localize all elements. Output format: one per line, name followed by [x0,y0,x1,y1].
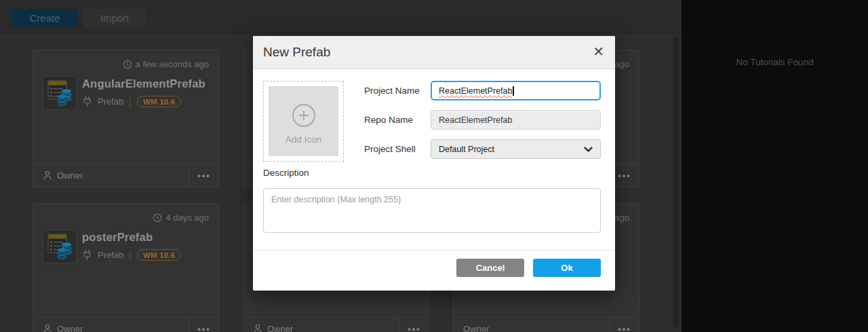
add-icon-dropzone[interactable]: Add Icon [263,81,344,162]
ellipsis-icon: ●●● [408,326,420,332]
owner-label: Owner [454,318,609,332]
person-icon [43,324,52,332]
add-icon-label: Add Icon [285,134,321,145]
plus-circle-icon [292,104,315,127]
project-name-input[interactable]: ReactElemetPrefab [431,81,601,100]
project-card[interactable]: a few seconds ago AngularElementPrefab P… [33,50,219,187]
dialog-title: New Prefab [263,45,330,60]
ellipsis-icon: ●●● [618,326,631,332]
project-card[interactable]: 4 days ago posterPrefab Prefab | WM 10.6… [33,203,219,332]
project-name-label: Project Name [364,81,429,100]
repo-name-input: ReactElemetPrefab [431,110,601,130]
ellipsis-icon: ●●● [618,172,631,179]
content-scrollbar[interactable] [671,33,682,332]
tutorials-panel: No Tutorials Found [682,0,868,332]
import-button[interactable]: Import [83,9,146,27]
project-name-value: ReactElemetPrefab [439,86,512,96]
repo-name-value: ReactElemetPrefab [439,115,512,125]
owner-label: Owner [33,318,189,332]
project-type-label: Prefab [98,96,123,107]
person-icon [43,170,52,181]
ok-button[interactable]: Ok [533,259,601,277]
card-menu-button[interactable]: ●●● [609,318,639,332]
no-tutorials-message: No Tutorials Found [682,57,868,67]
prefab-thumbnail-icon [43,229,77,263]
description-textarea[interactable] [263,188,601,233]
version-badge: WM 10.6 [137,249,181,261]
top-toolbar: Create Import [0,0,682,33]
card-menu-button[interactable]: ●●● [399,318,429,332]
card-timestamp: 4 days ago [153,213,209,223]
description-label: Description [263,168,309,178]
ellipsis-icon: ●●● [197,172,210,179]
footer-divider [253,250,615,251]
new-prefab-dialog: New Prefab ✕ Add Icon Project Name React… [253,36,615,291]
prefab-thumbnail-icon [43,76,77,110]
card-menu-button[interactable]: ●●● [189,318,218,332]
owner-label: Owner [243,318,399,332]
create-button[interactable]: Create [12,9,78,27]
project-shell-value: Default Project [439,145,494,154]
project-title: posterPrefab [82,231,153,244]
chevron-down-icon [584,147,593,153]
scrollbar-thumb[interactable] [673,37,679,327]
meta-divider: | [129,250,132,261]
ellipsis-icon: ●●● [197,326,210,332]
project-shell-label: Project Shell [364,139,429,159]
cancel-button[interactable]: Cancel [456,259,524,277]
clock-icon [123,60,132,69]
repo-name-label: Repo Name [364,110,429,130]
project-title: AngularElementPrefab [82,77,205,90]
meta-divider: | [129,96,132,107]
owner-label: Owner [33,164,189,187]
card-menu-button[interactable]: ●●● [189,164,218,187]
person-icon [253,324,262,332]
project-shell-select[interactable]: Default Project [431,139,601,159]
project-type-label: Prefab [98,250,123,260]
plug-icon [82,96,92,107]
card-timestamp: a few seconds ago [123,59,209,69]
close-icon[interactable]: ✕ [593,43,604,60]
text-caret [513,86,514,96]
plug-icon [82,249,92,261]
clock-icon [153,213,162,223]
version-badge: WM 10.6 [137,96,181,107]
